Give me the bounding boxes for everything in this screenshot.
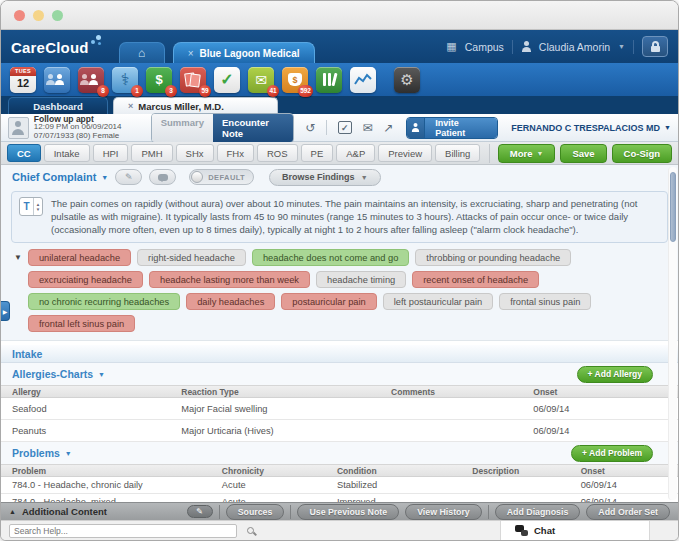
table-row[interactable]: 784.0 - Headache, chronic dailyAcuteStab… — [1, 477, 678, 494]
use-previous-note-button[interactable]: Use Previous Note — [297, 504, 399, 520]
stepper-arrows-icon[interactable]: ▲▼ — [33, 198, 42, 215]
tab-shx[interactable]: SHx — [176, 144, 214, 162]
envelope-icon[interactable]: ✉ — [363, 121, 373, 135]
divider — [488, 505, 489, 519]
messages-icon[interactable]: ✉41 — [248, 67, 274, 93]
minimize-window-button[interactable] — [33, 10, 44, 21]
default-toggle[interactable]: DEFAULT — [189, 169, 254, 185]
tasks-icon[interactable]: 8 — [78, 67, 104, 93]
undo-icon[interactable]: ↺ — [305, 121, 315, 135]
footer-wand-button[interactable]: ✎ — [187, 505, 213, 518]
encounter-note-button[interactable]: Encounter Note — [213, 114, 293, 142]
table-row[interactable]: SeafoodMajor Facial swelling06/09/14 — [1, 398, 678, 420]
vertical-scrollbar[interactable] — [668, 167, 677, 500]
add-order-set-button[interactable]: Add Order Set — [586, 504, 670, 520]
finding-pill[interactable]: headache lasting more than week — [149, 271, 310, 288]
more-button[interactable]: More ▼ — [498, 144, 556, 163]
problems-title[interactable]: Problems ▼ — [12, 447, 72, 459]
save-button[interactable]: Save — [560, 144, 606, 163]
sources-button[interactable]: Sources — [226, 504, 285, 520]
finding-pill[interactable]: unilateral headache — [28, 249, 131, 266]
invite-patient-button[interactable]: Invite Patient — [406, 117, 499, 139]
clinical-icon[interactable]: ⚕1 — [112, 67, 138, 93]
side-panel-toggle[interactable]: ▶ — [1, 301, 10, 321]
finding-pill[interactable]: no chronic recurring headaches — [28, 293, 180, 310]
close-window-button[interactable] — [14, 10, 25, 21]
close-icon[interactable]: × — [128, 101, 133, 111]
browse-findings-button[interactable]: Browse Findings ▼ — [269, 169, 380, 186]
tab-a-p[interactable]: A&P — [336, 144, 375, 162]
search-icon[interactable] — [247, 527, 254, 534]
billing-icon[interactable]: $3 — [146, 67, 172, 93]
divider — [326, 120, 327, 135]
table-row[interactable]: 784.0 - Headache, mixedAcuteImproved06/0… — [1, 494, 678, 502]
add-problem-button[interactable]: + Add Problem — [571, 445, 653, 462]
finding-pill[interactable]: daily headaches — [186, 293, 275, 310]
home-tab[interactable]: ⌂ — [119, 42, 165, 63]
allergies-title[interactable]: Allergies-Charts ▼ — [12, 368, 105, 380]
reports-icon[interactable] — [350, 67, 376, 93]
add-allergy-button[interactable]: + Add Allergy — [577, 366, 653, 383]
location-tab-blue-lagoon[interactable]: × Blue Lagoon Medical — [173, 42, 315, 63]
patients-icon[interactable] — [44, 67, 70, 93]
tab-fhx[interactable]: FHx — [217, 144, 254, 162]
additional-content-label[interactable]: Additional Content — [22, 506, 107, 517]
column-header: Onset — [570, 466, 678, 476]
tab-hpi[interactable]: HPI — [93, 144, 129, 162]
finding-pill[interactable]: throbbing or pounding headache — [415, 249, 571, 266]
tab-pmh[interactable]: PMH — [131, 144, 172, 162]
share-icon[interactable]: ↗ — [384, 121, 394, 135]
finding-pill[interactable]: right-sided headache — [137, 249, 246, 266]
summary-button[interactable]: Summary — [152, 114, 213, 142]
lock-button[interactable] — [642, 36, 668, 57]
collections-icon[interactable]: $592 — [282, 67, 308, 93]
tab-patient-marcus-miller[interactable]: × Marcus Miller, M.D. — [113, 97, 278, 114]
finding-pill[interactable]: excruciating headache — [28, 271, 143, 288]
cosign-button[interactable]: Co-Sign — [612, 144, 672, 163]
documents-icon[interactable]: 59 — [180, 67, 206, 93]
sign-off-icon[interactable]: ✓ — [338, 121, 351, 134]
tab-ros[interactable]: ROS — [257, 144, 298, 162]
tab-dashboard[interactable]: Dashboard — [8, 97, 108, 114]
zoom-window-button[interactable] — [52, 10, 63, 21]
finding-pill[interactable]: left postauricular pain — [383, 293, 493, 310]
collapse-findings-icon[interactable]: ▼ — [14, 253, 22, 332]
tab-preview[interactable]: Preview — [378, 144, 432, 162]
calendar-icon[interactable]: TUES12 — [10, 67, 36, 93]
provider-selector[interactable]: FERNANDO C TRESPALACIOS MD ▼ — [511, 123, 671, 133]
finding-pill[interactable]: headache timing — [316, 271, 406, 288]
chat-panel[interactable]: Chat — [500, 521, 650, 540]
finding-pill[interactable]: frontal sinus pain — [499, 293, 591, 310]
table-cell: Peanuts — [1, 426, 170, 436]
finding-pill[interactable]: recent onset of headache — [412, 271, 539, 288]
tab-intake[interactable]: Intake — [44, 144, 90, 162]
comment-button[interactable] — [149, 169, 176, 185]
narrative-wand-button[interactable]: ✎ — [115, 169, 142, 185]
chief-complaint-title[interactable]: Chief Complaint ▼ — [12, 171, 108, 183]
tab-billing[interactable]: Billing — [435, 144, 480, 162]
close-icon[interactable]: × — [188, 48, 194, 59]
add-diagnosis-button[interactable]: Add Diagnosis — [495, 504, 581, 520]
finding-pill[interactable]: frontal left sinus pain — [28, 315, 135, 332]
divider — [219, 505, 220, 519]
view-history-button[interactable]: View History — [405, 504, 482, 520]
table-cell: 06/09/14 — [570, 480, 678, 490]
narrative-stepper[interactable]: T ▲▼ — [19, 197, 43, 216]
settings-icon[interactable]: ⚙ — [394, 67, 420, 93]
library-icon[interactable] — [316, 67, 342, 93]
checkout-icon[interactable]: ✓ — [214, 67, 240, 93]
tab-pe[interactable]: PE — [301, 144, 334, 162]
chevron-down-icon[interactable]: ▼ — [618, 43, 625, 50]
search-help-input[interactable] — [14, 526, 232, 536]
finding-pill[interactable]: postauricular pain — [281, 293, 376, 310]
table-cell: 06/09/14 — [522, 426, 678, 436]
intake-section-title[interactable]: Intake — [1, 345, 678, 363]
tab-cc[interactable]: CC — [7, 144, 41, 162]
table-row[interactable]: PeanutsMajor Urticaria (Hives)06/09/14 — [1, 420, 678, 442]
caret-up-icon[interactable]: ▲ — [9, 508, 16, 515]
vertical-scrollbar-thumb[interactable] — [670, 172, 676, 242]
user-menu[interactable]: Claudia Amorin — [539, 41, 610, 53]
campus-link[interactable]: Campus — [465, 41, 504, 53]
narrative-text[interactable]: The pain comes on rapidly (without aura)… — [51, 197, 659, 236]
finding-pill[interactable]: headache does not come and go — [252, 249, 409, 266]
